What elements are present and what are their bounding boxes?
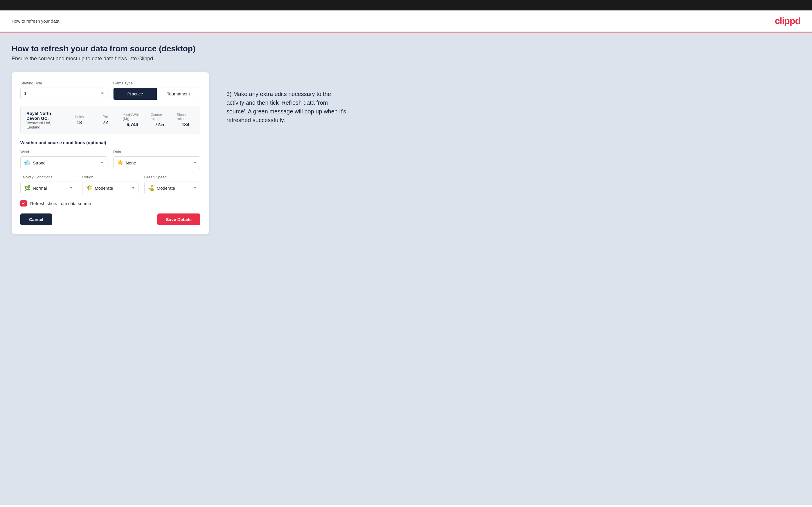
refresh-checkbox-row: Refresh shots from data source: [20, 200, 200, 207]
footer: Copyright Clippd 2022: [0, 505, 812, 507]
practice-button[interactable]: Practice: [113, 88, 157, 100]
group-wind: Wind 💨 Strong: [20, 150, 107, 169]
row-wind-rain: Wind 💨 Strong Rain ☀️ None: [20, 150, 200, 169]
green-select[interactable]: ⛳ Moderate: [144, 181, 200, 194]
group-fairway: Fairway Conditions 🌿 Normal: [20, 175, 77, 194]
rough-icon: 🌾: [86, 185, 92, 191]
starting-hole-label: Starting Hole: [20, 81, 107, 85]
green-chevron-icon: [194, 187, 197, 189]
course-info: Royal North Devon GC, Westward Ho!, Engl…: [27, 111, 62, 129]
page-subtitle: Ensure the correct and most up to date d…: [12, 56, 800, 62]
stat-yards: Yards/White (M)) 6,744: [123, 113, 142, 127]
main-layout: Starting Hole 1 Game Type Practice Tourn…: [12, 72, 800, 234]
breadcrumb: How to refresh your data: [12, 18, 59, 23]
button-row: Cancel Save Details: [20, 214, 200, 225]
slope-rating-label: Slope rating: [177, 113, 194, 121]
wind-icon: 💨: [24, 160, 31, 166]
stat-par: Par 72: [97, 115, 114, 125]
weather-section-label: Weather and course conditions (optional): [20, 140, 200, 145]
stat-holes: Holes 18: [70, 115, 88, 125]
green-label: Green Speed: [144, 175, 200, 179]
content-area: How to refresh your data from source (de…: [0, 33, 812, 505]
tournament-button[interactable]: Tournament: [157, 88, 200, 100]
rain-select[interactable]: ☀️ None: [113, 156, 200, 169]
group-rain: Rain ☀️ None: [113, 150, 200, 169]
yards-label: Yards/White (M)): [123, 113, 142, 121]
green-value: Moderate: [157, 186, 191, 190]
par-value: 72: [103, 120, 108, 125]
slope-rating-value: 134: [182, 122, 190, 127]
course-location: Westward Ho!, England: [27, 121, 62, 129]
fairway-select[interactable]: 🌿 Normal: [20, 181, 77, 194]
rain-icon: ☀️: [117, 160, 123, 166]
starting-hole-select[interactable]: 1: [20, 88, 107, 99]
holes-value: 18: [77, 120, 82, 125]
fairway-icon: 🌿: [24, 185, 31, 191]
rain-chevron-icon: [194, 162, 197, 164]
row-fairway-rough-green: Fairway Conditions 🌿 Normal Rough 🌾 Mode…: [20, 175, 200, 194]
refresh-checkbox-label: Refresh shots from data source: [30, 201, 91, 206]
cancel-button[interactable]: Cancel: [20, 214, 52, 225]
wind-chevron-icon: [101, 162, 104, 164]
course-rating-value: 72.5: [155, 122, 164, 127]
stat-course-rating: Course rating 72.5: [151, 113, 168, 127]
game-type-label: Game Type: [113, 81, 200, 85]
row-starting-game: Starting Hole 1 Game Type Practice Tourn…: [20, 81, 200, 100]
course-rating-label: Course rating: [151, 113, 168, 121]
fairway-label: Fairway Conditions: [20, 175, 77, 179]
green-speed-icon: ⛳: [148, 185, 154, 191]
sidebar-instruction: 3) Make any extra edits necessary to the…: [226, 72, 348, 124]
rough-select[interactable]: 🌾 Moderate: [82, 181, 138, 194]
group-starting-hole: Starting Hole 1: [20, 81, 107, 100]
fairway-value: Normal: [33, 186, 67, 190]
yards-value: 6,744: [126, 122, 138, 127]
page-title: How to refresh your data from source (de…: [12, 44, 800, 53]
wind-select[interactable]: 💨 Strong: [20, 156, 107, 169]
group-green: Green Speed ⛳ Moderate: [144, 175, 200, 194]
par-label: Par: [103, 115, 108, 119]
rough-chevron-icon: [132, 187, 135, 189]
rain-label: Rain: [113, 150, 200, 154]
rain-value: None: [126, 160, 191, 165]
logo: clippd: [775, 16, 800, 26]
group-game-type: Game Type Practice Tournament: [113, 81, 200, 100]
course-name: Royal North Devon GC,: [27, 111, 62, 121]
holes-label: Holes: [75, 115, 84, 119]
form-card: Starting Hole 1 Game Type Practice Tourn…: [12, 72, 209, 234]
wind-label: Wind: [20, 150, 107, 154]
group-rough: Rough 🌾 Moderate: [82, 175, 138, 194]
refresh-checkbox[interactable]: [20, 200, 27, 207]
wind-value: Strong: [33, 160, 98, 165]
course-row: Royal North Devon GC, Westward Ho!, Engl…: [20, 106, 200, 134]
rough-value: Moderate: [95, 186, 129, 190]
game-type-toggle: Practice Tournament: [113, 88, 200, 100]
rough-label: Rough: [82, 175, 138, 179]
save-button[interactable]: Save Details: [157, 214, 200, 225]
fairway-chevron-icon: [70, 187, 72, 189]
chevron-down-icon: [101, 93, 104, 94]
starting-hole-value: 1: [24, 91, 27, 96]
header: How to refresh your data clippd: [0, 10, 812, 33]
stat-slope-rating: Slope rating 134: [177, 113, 194, 127]
